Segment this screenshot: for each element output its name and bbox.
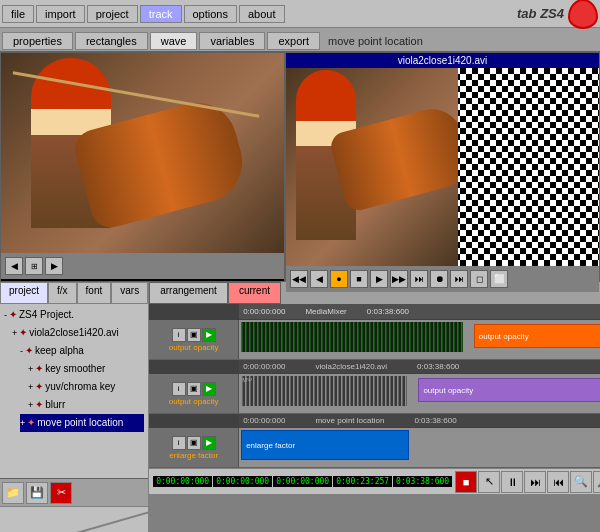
tree-root[interactable]: - ✦ ZS4 Project. (4, 306, 144, 324)
zoom-out-btn[interactable]: 🔎 (593, 471, 600, 493)
play-btn[interactable]: ▶ (370, 270, 388, 288)
smoother-icon: ✦ (35, 361, 43, 377)
root-icon: ✦ (9, 307, 17, 323)
prev-btn[interactable]: ◀ (310, 270, 328, 288)
tree-file[interactable]: + ✦ viola2close1i420.avi (12, 324, 144, 342)
rew-btn[interactable]: ◀◀ (290, 270, 308, 288)
track-1-name: output opacity (169, 343, 219, 352)
timeline-content: 0:00:00:000 MediaMixer 0:03:38:600 i ▣ ▶… (149, 304, 600, 532)
folder-btn[interactable]: 📁 (2, 482, 24, 504)
time-display-4: 0:00:23:257 (333, 476, 392, 487)
proj-tab-vars[interactable]: vars (111, 282, 148, 304)
expand-move: + (20, 415, 25, 431)
expand-file: + (12, 325, 17, 341)
tab-export[interactable]: export (267, 32, 320, 50)
project-tree: - ✦ ZS4 Project. + ✦ viola2close1i420.av… (0, 304, 148, 478)
tab-properties[interactable]: properties (2, 32, 73, 50)
menu-options[interactable]: options (184, 5, 237, 23)
time-displays: 0:00:00:000 0:00:00:000 0:00:00:000 0:00… (153, 476, 452, 487)
track-1-clip-label: output opacity (479, 332, 529, 341)
alpha-icon: ✦ (25, 343, 33, 359)
tree-chroma[interactable]: + ✦ yuv/chroma key (28, 378, 144, 396)
track2-play-btn[interactable]: ▶ (202, 382, 216, 396)
track-3-clip-label: enlarge factor (246, 441, 295, 450)
skip-btn[interactable]: ⏭ (450, 270, 468, 288)
menu-file[interactable]: file (2, 5, 34, 23)
tree-key-smoother[interactable]: + ✦ key smoother (28, 360, 144, 378)
video-frame-left (1, 53, 284, 253)
timeline-header: 0:00:00:000 MediaMixer 0:03:38:600 (149, 304, 600, 320)
time-display-1: 0:00:00:000 (153, 476, 212, 487)
stop-btn[interactable]: ■ (350, 270, 368, 288)
proj-tab-font[interactable]: font (77, 282, 112, 304)
diagonal-svg (0, 507, 148, 532)
menu-import[interactable]: import (36, 5, 85, 23)
tl-tab-arrangement[interactable]: arrangement (149, 282, 228, 304)
track-1-body[interactable]: output opacity (239, 320, 600, 359)
video-frame-right (286, 68, 599, 266)
tl-tab-current[interactable]: current (228, 282, 281, 304)
tree-blurr[interactable]: + ✦ blurr (28, 396, 144, 414)
proj-tab-project[interactable]: project (0, 282, 48, 304)
track3-info-btn[interactable]: i (172, 436, 186, 450)
track-2-body[interactable]: MΨ output opacity (239, 374, 600, 413)
track-3-body[interactable]: enlarge factor (239, 428, 600, 467)
fwd-btn[interactable]: ▶▶ (390, 270, 408, 288)
track3-play-btn[interactable]: ▶ (202, 436, 216, 450)
diagonal-area (0, 506, 148, 532)
track-1-orange-clip[interactable]: output opacity (474, 324, 600, 348)
track-1-icons: i ▣ ▶ (172, 328, 216, 342)
timeline-toolbar: 0:00:00:000 0:00:00:000 0:00:00:000 0:00… (149, 468, 600, 494)
grid-btn[interactable]: ⊞ (25, 257, 43, 275)
video-title-right: viola2close1i420.avi (286, 53, 599, 68)
save-btn[interactable]: 💾 (26, 482, 48, 504)
play-fwd-btn[interactable]: ▶ (45, 257, 63, 275)
menu-about[interactable]: about (239, 5, 285, 23)
pause-btn[interactable]: ⏸ (501, 471, 523, 493)
timeline-panel: arrangement current 0:00:00:000 MediaMix… (149, 282, 600, 532)
time-row-1: 0:00:00:000 viola2close1i420.avi 0:03:38… (149, 360, 600, 374)
menu-project[interactable]: project (87, 5, 138, 23)
proj-tab-fx[interactable]: f/x (48, 282, 77, 304)
track2-info-btn[interactable]: i (172, 382, 186, 396)
track-1: i ▣ ▶ output opacity output opacity (149, 320, 600, 360)
prev2-btn[interactable]: ⏮ (547, 471, 569, 493)
track-3-blue-clip[interactable]: enlarge factor (241, 430, 408, 460)
box2-btn[interactable]: ⬜ (490, 270, 508, 288)
tree-move-point[interactable]: + ✦ move point location (20, 414, 144, 432)
time-row-2: 0:00:00:000 move point location 0:03:38:… (149, 414, 600, 428)
track-2-purple-clip[interactable]: output opacity (418, 378, 600, 402)
scissors-btn[interactable]: ✂ (50, 482, 72, 504)
bottom-section: project f/x font vars - ✦ ZS4 Project. +… (0, 282, 600, 532)
tab-wave[interactable]: wave (150, 32, 198, 50)
tab-variables[interactable]: variables (199, 32, 265, 50)
track3-film-btn[interactable]: ▣ (187, 436, 201, 450)
track2-film-btn[interactable]: ▣ (187, 382, 201, 396)
cursor-btn[interactable]: ↖ (478, 471, 500, 493)
dot-btn[interactable]: ● (330, 270, 348, 288)
rec-btn[interactable]: ⏺ (430, 270, 448, 288)
expand-smoother: + (28, 361, 33, 377)
video-panel-right: viola2close1i420.avi ◀◀ ◀ ● ■ ▶ ▶▶ ⏭ ⏺ ⏭… (285, 52, 600, 282)
track-2-icons: i ▣ ▶ (172, 382, 216, 396)
waveform-2-label: MΨ (241, 376, 407, 406)
box1-btn[interactable]: ◻ (470, 270, 488, 288)
tree-keep-alpha[interactable]: - ✦ keep alpha (20, 342, 144, 360)
track1-info-btn[interactable]: i (172, 328, 186, 342)
waveform-1 (241, 322, 463, 352)
record-btn[interactable]: ■ (455, 471, 477, 493)
app-logo: tab ZS4 (517, 0, 598, 29)
track1-film-btn[interactable]: ▣ (187, 328, 201, 342)
menu-track[interactable]: track (140, 5, 182, 23)
video-controls-right: ◀◀ ◀ ● ■ ▶ ▶▶ ⏭ ⏺ ⏭ ◻ ⬜ (286, 266, 599, 292)
time-labels-1: 0:00:00:000 viola2close1i420.avi 0:03:38… (239, 360, 600, 373)
tab-rectangles[interactable]: rectangles (75, 32, 148, 50)
next-btn[interactable]: ⏭ (524, 471, 546, 493)
track-3-label: i ▣ ▶ enlarge factor (149, 428, 239, 467)
end-btn[interactable]: ⏭ (410, 270, 428, 288)
logo-strawberry (568, 0, 598, 29)
header-times: 0:00:00:000 MediaMixer 0:03:38:600 (239, 307, 600, 316)
play-back-btn[interactable]: ◀ (5, 257, 23, 275)
track1-play-btn[interactable]: ▶ (202, 328, 216, 342)
zoom-in-btn[interactable]: 🔍 (570, 471, 592, 493)
